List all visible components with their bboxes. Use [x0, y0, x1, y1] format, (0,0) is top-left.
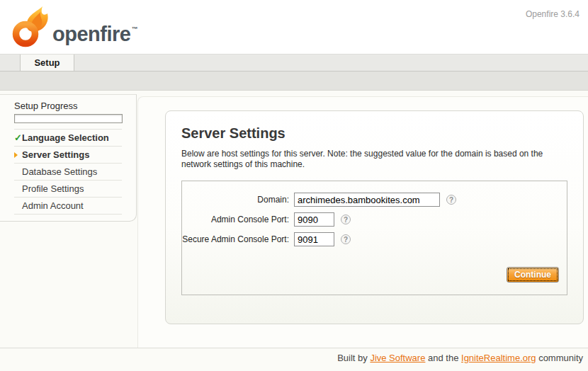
igniterealtime-link[interactable]: IgniteRealtime.org [461, 353, 536, 363]
setup-progress-bar [14, 114, 123, 123]
step-label: Database Settings [22, 166, 97, 177]
form-row-domain: Domain: ? [182, 193, 567, 207]
step-label: Server Settings [22, 149, 89, 160]
openfire-logo: openfire™ [7, 4, 170, 50]
page-footer: Built by Jive Software and the IgniteRea… [0, 348, 588, 371]
current-step-arrow-icon [14, 152, 22, 158]
check-icon: ✓ [14, 132, 22, 143]
domain-label: Domain: [182, 195, 294, 205]
app-header: openfire™ Openfire 3.6.4 [0, 0, 588, 54]
version-label: Openfire 3.6.4 [526, 9, 579, 19]
sidebar-item-language-selection: ✓ Language Selection [14, 130, 122, 147]
tab-bar: Setup [0, 54, 588, 72]
tab-setup[interactable]: Setup [20, 55, 74, 71]
step-label: Language Selection [22, 132, 109, 143]
page-description: Below are host settings for this server.… [181, 149, 567, 170]
description-line-1: Below are host settings for this server.… [181, 149, 567, 159]
secure-port-input[interactable] [294, 232, 334, 246]
secure-port-label: Secure Admin Console Port: [182, 234, 294, 244]
footer-text-prefix: Built by [337, 353, 370, 363]
sidebar-item-profile-settings: Profile Settings [14, 181, 122, 198]
jive-software-link[interactable]: Jive Software [370, 353, 425, 363]
admin-port-help-icon[interactable]: ? [341, 215, 351, 224]
step-label: Admin Account [22, 200, 84, 211]
sidebar-title: Setup Progress [14, 101, 122, 114]
setup-progress-sidebar: Setup Progress ✓ Language Selection Serv… [0, 94, 137, 222]
domain-input[interactable] [294, 193, 440, 207]
content-area: Setup Progress ✓ Language Selection Serv… [0, 91, 588, 371]
form-row-secure-port: Secure Admin Console Port: ? [182, 232, 567, 246]
sidebar-item-admin-account: Admin Account [14, 198, 122, 215]
continue-button[interactable]: Continue [507, 267, 559, 282]
footer-text-suffix: community [536, 353, 583, 363]
footer-text-middle: and the [425, 353, 461, 363]
secure-port-help-icon[interactable]: ? [341, 234, 351, 244]
sidebar-item-server-settings: Server Settings [14, 147, 122, 164]
admin-port-label: Admin Console Port: [182, 215, 294, 224]
trademark-symbol: ™ [131, 25, 137, 33]
logo-wordmark: openfire™ [52, 23, 137, 46]
sidebar-item-database-settings: Database Settings [14, 164, 122, 181]
subnav-band [0, 72, 588, 91]
page-title: Server Settings [181, 125, 567, 142]
step-label: Profile Settings [22, 183, 84, 194]
server-settings-panel: Server Settings Below are host settings … [165, 110, 584, 324]
domain-help-icon[interactable]: ? [446, 195, 456, 205]
description-line-2: network settings of this machine. [181, 159, 567, 170]
admin-port-input[interactable] [294, 212, 334, 227]
server-settings-form: Domain: ? Admin Console Port: ? Secure A… [181, 181, 567, 295]
form-row-admin-port: Admin Console Port: ? [182, 212, 567, 227]
